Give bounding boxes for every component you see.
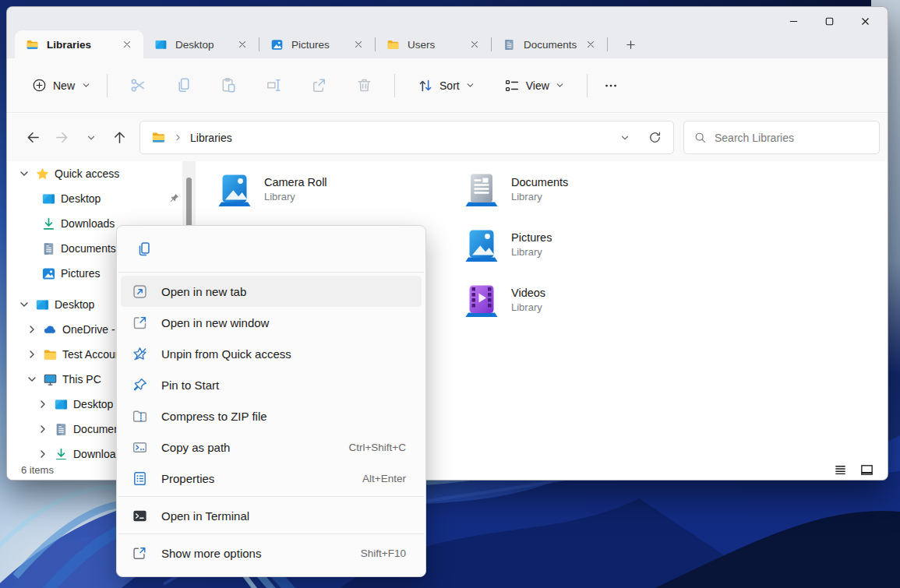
sidebar-item-label: Test Account	[62, 348, 124, 361]
libraries-folder-icon	[26, 38, 39, 51]
chevron-right-icon[interactable]	[37, 448, 49, 459]
tab-separator	[607, 37, 608, 51]
refresh-button[interactable]	[642, 125, 667, 150]
menu-item-open-in-terminal[interactable]: Open in Terminal	[121, 500, 422, 531]
back-button[interactable]	[19, 125, 47, 151]
menu-item-unpin-from-quick-access[interactable]: Unpin from Quick access	[121, 338, 422, 369]
context-menu: Open in new tab Open in new window Unpin…	[116, 225, 426, 577]
file-item-camera-roll[interactable]: Camera Roll Library	[216, 171, 327, 208]
new-tab-button[interactable]	[619, 33, 642, 56]
file-item-pictures[interactable]: Pictures Library	[463, 226, 552, 263]
paste-button[interactable]	[211, 70, 245, 101]
chevron-down-icon[interactable]	[18, 167, 30, 180]
close-button[interactable]	[847, 9, 883, 33]
sidebar-item-label: Downloads	[61, 217, 115, 230]
menu-item-shortcut: Alt+Enter	[362, 473, 406, 484]
document-icon	[503, 38, 516, 51]
menu-item-open-in-new-window[interactable]: Open in new window	[121, 307, 422, 338]
recent-locations-button[interactable]	[77, 125, 104, 151]
desktop-icon	[41, 192, 56, 206]
tab-users[interactable]: Users	[376, 30, 491, 58]
chevron-right-icon[interactable]	[37, 398, 49, 410]
tab-close-icon[interactable]	[234, 36, 251, 53]
arrow-up-icon	[112, 130, 127, 145]
title-bar: Libraries Desktop Pictures Users	[7, 7, 888, 58]
file-type: Library	[264, 190, 327, 204]
this-pc-icon	[43, 372, 58, 387]
delete-button[interactable]	[347, 70, 381, 101]
tab-pictures[interactable]: Pictures	[259, 30, 375, 58]
menu-item-copy-as-path[interactable]: Copy as path Ctrl+Shift+C	[121, 431, 422, 463]
menu-item-properties[interactable]: Properties Alt+Enter	[121, 463, 422, 494]
rename-button[interactable]	[256, 70, 291, 101]
tab-close-icon[interactable]	[582, 36, 599, 53]
forward-button[interactable]	[48, 125, 76, 151]
menu-item-label: Compress to ZIP file	[161, 410, 411, 423]
search-box[interactable]	[683, 121, 880, 154]
share-button[interactable]	[302, 70, 336, 101]
sort-button[interactable]: Sort	[409, 71, 483, 100]
tab-close-icon[interactable]	[118, 36, 136, 53]
minimize-button[interactable]	[775, 9, 811, 33]
menu-item-label: Copy as path	[161, 441, 335, 454]
breadcrumb: Libraries	[151, 130, 612, 145]
chevron-right-icon[interactable]	[37, 423, 49, 435]
cut-button[interactable]	[121, 70, 155, 101]
details-view-button[interactable]	[830, 461, 850, 478]
paste-icon	[220, 76, 238, 94]
view-button[interactable]: View	[496, 71, 573, 100]
rename-icon	[265, 76, 283, 94]
trash-icon	[355, 76, 373, 94]
close-icon	[859, 16, 871, 27]
menu-item-compress-to-zip[interactable]: Compress to ZIP file	[121, 400, 422, 431]
see-more-button[interactable]	[595, 70, 626, 101]
tab-documents[interactable]: Documents	[492, 30, 607, 58]
new-button-label: New	[53, 79, 75, 92]
pin-icon	[132, 377, 148, 393]
star-icon	[35, 167, 50, 181]
plus-circle-icon	[32, 78, 47, 93]
copy-button[interactable]	[130, 235, 158, 263]
menu-item-pin-to-start[interactable]: Pin to Start	[121, 369, 422, 400]
documents-library-icon	[463, 171, 500, 208]
file-type: Library	[511, 301, 545, 315]
new-button[interactable]: New	[24, 72, 99, 99]
menu-item-open-in-new-tab[interactable]: Open in new tab	[121, 276, 422, 307]
tab-bar: Libraries Desktop Pictures Users	[15, 30, 642, 58]
up-button[interactable]	[106, 125, 133, 151]
menu-item-label: Show more options	[161, 547, 348, 560]
chevron-down-icon	[555, 80, 565, 90]
tab-label: Desktop	[175, 39, 231, 51]
maximize-button[interactable]	[811, 9, 847, 33]
sidebar-item-quick-access[interactable]: Quick access	[7, 161, 197, 186]
chevron-right-icon	[173, 132, 183, 143]
window-controls	[775, 9, 883, 33]
file-item-documents[interactable]: Documents Library	[463, 171, 568, 208]
address-dropdown-button[interactable]	[612, 125, 637, 150]
chevron-right-icon[interactable]	[26, 323, 38, 336]
chevron-right-icon[interactable]	[26, 348, 38, 361]
tab-close-icon[interactable]	[466, 36, 483, 53]
pin-icon	[168, 192, 180, 204]
sidebar-item-label: Desktop	[73, 398, 113, 410]
breadcrumb-location[interactable]: Libraries	[190, 132, 232, 144]
tab-libraries[interactable]: Libraries	[15, 30, 143, 58]
menu-item-show-more-options[interactable]: Show more options Shift+F10	[121, 537, 422, 569]
address-bar[interactable]: Libraries	[139, 121, 674, 154]
large-thumbnails-view-button[interactable]	[856, 461, 877, 478]
document-icon	[54, 422, 69, 437]
menu-item-label: Open in new tab	[161, 285, 411, 298]
tab-label: Pictures	[291, 39, 347, 51]
view-icon	[503, 77, 521, 94]
tab-desktop[interactable]: Desktop	[143, 30, 259, 58]
copy-button[interactable]	[166, 70, 200, 101]
chevron-down-icon[interactable]	[18, 298, 30, 311]
file-item-videos[interactable]: Videos Library	[463, 281, 545, 319]
address-bar-actions	[612, 125, 667, 150]
copy-icon	[175, 76, 192, 94]
sidebar-item-label: Quick access	[55, 167, 119, 180]
tab-close-icon[interactable]	[350, 36, 367, 53]
chevron-down-icon[interactable]	[26, 373, 38, 386]
search-input[interactable]	[715, 132, 870, 144]
sidebar-item-label: Desktop	[55, 298, 94, 311]
